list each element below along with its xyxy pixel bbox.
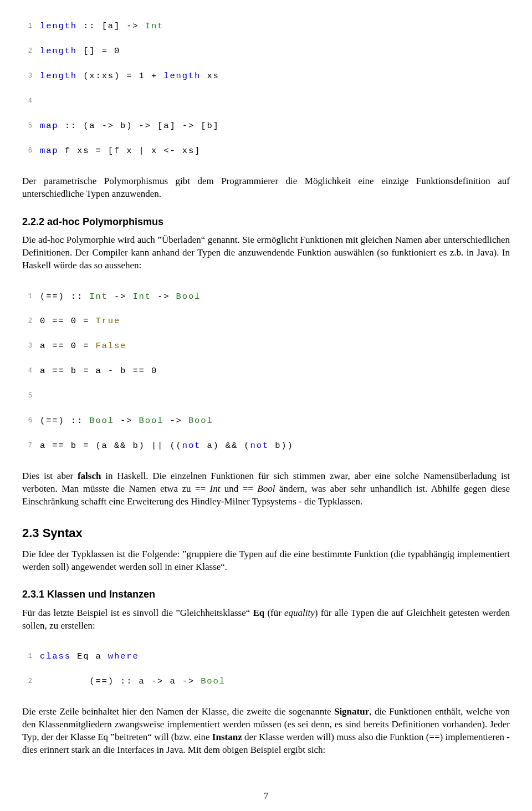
code-token: Int [145,21,164,31]
code-line: 1length :: [a] -> Int [22,20,510,32]
text-bold: Instanz [212,732,242,742]
code-token: :: [a] -> [77,21,145,31]
text-run: Für das letzte Beispiel ist es sinvoll d… [22,608,253,618]
code-token: Bool [176,292,201,302]
text-run: (für [264,608,284,618]
code-token: -> [114,416,139,426]
heading-2-3-1: 2.3.1 Klassen und Instanzen [22,588,510,601]
heading-2-3: 2.3 Syntax [22,525,510,542]
line-number: 3 [22,72,32,81]
code-line: 3a == 0 = False [22,340,510,352]
page-number: 7 [22,790,510,803]
text-run: Dies ist aber [22,471,78,481]
text-bold: Eq [253,608,264,618]
code-token: (x:xs) = 1 + [77,71,163,81]
code-token: 0 == 0 = [40,316,95,326]
code-line: 3length (x:xs) = 1 + length xs [22,70,510,82]
line-number: 7 [22,441,32,451]
code-line: 2 (==) :: a -> a -> Bool [22,675,510,687]
text-run: Die erste Zeile beinhaltet hier den Name… [22,706,334,717]
text-run: und == [220,483,257,494]
code-token: xs [201,71,219,81]
code-token: (==) :: [40,292,89,302]
code-line: 2length [] = 0 [22,45,510,57]
code-line: 4a == b = a - b == 0 [22,365,510,377]
paragraph: Dies ist aber falsch in Haskell. Die ein… [22,470,510,508]
text-bold: falsch [78,471,101,481]
code-token: Int [132,292,151,302]
code-token: class [40,651,71,661]
code-line: 7a == b = (a && b) || ((not a) && (not b… [22,440,510,452]
line-number: 6 [22,416,32,426]
paragraph: Der parametrische Polymorphismus gibt de… [22,175,510,201]
code-token: length [40,46,77,56]
code-token: not [250,441,269,451]
line-number: 2 [22,47,32,56]
code-token: False [95,341,126,351]
code-listing-3: 1class Eq a where 2 (==) :: a -> a -> Bo… [22,638,510,700]
code-line: 5 [22,390,510,402]
code-token: Bool [139,416,164,426]
line-number: 1 [22,22,32,31]
code-token: b)) [269,441,294,451]
text-bold: Signatur [334,706,369,717]
code-token: length [163,71,201,81]
line-number: 5 [22,391,32,401]
line-number: 4 [22,96,32,106]
code-line: 20 == 0 = True [22,315,510,327]
code-token: :: (a -> b) -> [a] -> [b] [59,121,219,131]
paragraph: Die Idee der Typklassen ist die Folgende… [22,548,510,574]
paragraph: Für das letzte Beispiel ist es sinvoll d… [22,607,510,633]
code-line: 6map f xs = [f x | x <- xs] [22,145,510,157]
text-italic: equality [284,608,315,618]
code-token: a == 0 = [40,341,95,351]
code-token: Bool [89,416,114,426]
heading-2-2-2: 2.2.2 ad-hoc Polymorphismus [22,215,510,228]
code-listing-2: 1(==) :: Int -> Int -> Bool 20 == 0 = Tr… [22,278,510,465]
code-listing-1: 1length :: [a] -> Int 2length [] = 0 3le… [22,8,510,170]
line-number: 2 [22,317,32,326]
line-number: 6 [22,146,32,156]
code-token: -> [108,292,133,302]
text-italic: Int [210,483,221,494]
text-italic: Bool [257,483,275,494]
code-line: 5map :: (a -> b) -> [a] -> [b] [22,120,510,132]
code-token: map [40,121,59,131]
code-token: length [40,71,77,81]
line-number: 4 [22,366,32,376]
code-token: True [95,316,120,326]
code-line: 1class Eq a where [22,650,510,662]
code-token: Eq a [71,651,108,661]
line-number: 1 [22,292,32,302]
code-token: map [40,146,59,156]
code-token: -> [151,292,176,302]
line-number: 1 [22,652,32,661]
code-line: 1(==) :: Int -> Int -> Bool [22,290,510,303]
code-token: (==) :: a -> a -> [40,676,201,686]
code-token: -> [163,416,188,426]
code-token: not [182,441,201,451]
code-token: Bool [201,676,226,686]
code-token: Int [89,292,108,302]
code-token: [] = 0 [77,46,120,56]
code-line: 6(==) :: Bool -> Bool -> Bool [22,415,510,427]
paragraph: Die erste Zeile beinhaltet hier den Name… [22,706,510,757]
line-number: 5 [22,121,32,131]
line-number: 2 [22,677,32,686]
paragraph: Die ad-hoc Polymorphie wird auch ”Überla… [22,234,510,272]
code-token: a) && ( [201,441,250,451]
code-token: (==) :: [40,416,89,426]
code-token: f xs = [f x | x <- xs] [59,146,201,156]
code-token: where [108,651,139,661]
code-token: length [40,21,77,31]
code-line: 4 [22,95,510,107]
code-token: a == b = (a && b) || (( [40,441,182,451]
line-number: 3 [22,341,32,351]
code-token: Bool [188,416,213,426]
code-token: a == b = a - b == 0 [40,366,157,376]
